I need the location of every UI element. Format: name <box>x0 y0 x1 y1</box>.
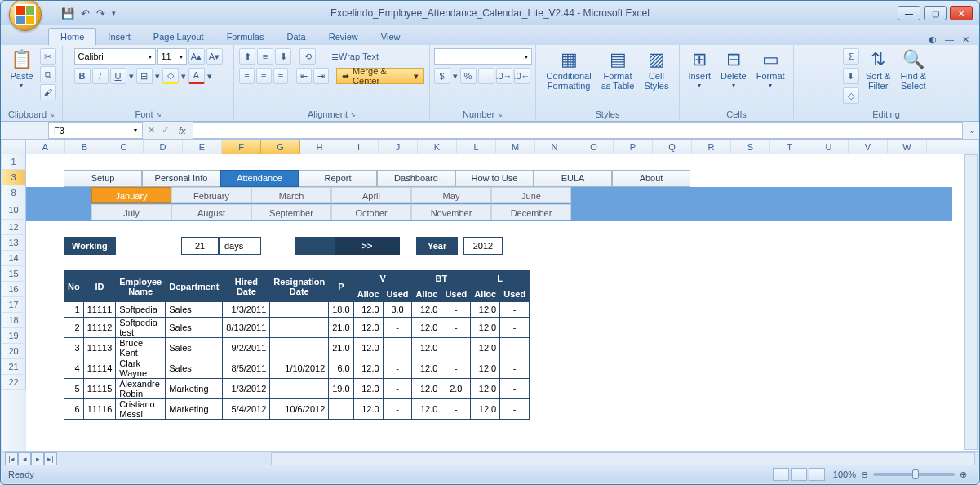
row-header-15[interactable]: 15 <box>2 266 26 282</box>
table-row[interactable]: 211112Softpedia testSales8/13/201121.012… <box>64 318 530 338</box>
nav-eula[interactable]: EULA <box>534 170 612 187</box>
month-april[interactable]: April <box>331 187 411 203</box>
dialog-launcher-icon[interactable]: ↘ <box>350 111 356 118</box>
orientation-button[interactable]: ⟲ <box>299 48 316 65</box>
month-may[interactable]: May <box>411 187 491 203</box>
save-icon[interactable]: 💾 <box>61 7 74 20</box>
align-top-button[interactable]: ⬆ <box>239 48 255 65</box>
col-header-U[interactable]: U <box>809 140 849 154</box>
first-sheet-button[interactable]: |◂ <box>5 452 18 465</box>
table-row[interactable]: 311113Bruce KentSales9/2/201121.012.0-12… <box>64 338 530 358</box>
nav-attendance[interactable]: Attendance <box>220 170 299 187</box>
dialog-launcher-icon[interactable]: ↘ <box>497 111 503 118</box>
row-header-22[interactable]: 22 <box>2 375 26 390</box>
formula-input[interactable] <box>193 122 963 139</box>
row-header-3[interactable]: 3 <box>2 170 26 185</box>
col-header-C[interactable]: C <box>104 140 144 154</box>
decrease-decimal-button[interactable]: .0← <box>514 68 530 84</box>
table-row[interactable]: 111111SoftpediaSales1/3/201118.012.03.01… <box>64 302 530 318</box>
row-header-13[interactable]: 13 <box>2 235 26 251</box>
underline-button[interactable]: U <box>110 68 126 84</box>
next-sheet-button[interactable]: ▸ <box>31 452 44 465</box>
select-all-corner[interactable] <box>2 140 26 154</box>
tab-insert[interactable]: Insert <box>96 29 142 45</box>
month-march[interactable]: March <box>251 187 331 203</box>
col-header-O[interactable]: O <box>574 140 614 154</box>
minimize-button[interactable]: — <box>898 6 920 20</box>
font-size-selector[interactable]: 11▾ <box>157 48 187 65</box>
col-header-H[interactable]: H <box>300 140 339 154</box>
shrink-font-button[interactable]: A▾ <box>206 48 223 65</box>
col-header-R[interactable]: R <box>692 140 731 154</box>
row-header-20[interactable]: 20 <box>2 344 26 359</box>
normal-view-button[interactable] <box>773 468 789 481</box>
month-september[interactable]: September <box>251 204 331 220</box>
maximize-button[interactable]: ▢ <box>924 6 947 20</box>
align-middle-button[interactable]: ≡ <box>257 48 273 65</box>
doc-close-icon[interactable]: ✕ <box>962 34 969 45</box>
delete-cells-button[interactable]: ⊟Delete▾ <box>717 48 750 91</box>
comma-button[interactable]: , <box>478 68 494 84</box>
bold-button[interactable]: B <box>74 68 91 84</box>
align-right-button[interactable]: ≡ <box>273 68 289 84</box>
table-row[interactable]: 611116Cristiano MessiMarketing5/4/201210… <box>64 399 530 420</box>
percent-button[interactable]: % <box>460 68 477 84</box>
row-header-10[interactable]: 10 <box>2 202 26 220</box>
grow-font-button[interactable]: A▴ <box>188 48 205 65</box>
nav-setup[interactable]: Setup <box>64 170 142 187</box>
border-button[interactable]: ⊞ <box>136 68 153 84</box>
conditional-formatting-button[interactable]: ▦Conditional Formatting <box>543 48 595 92</box>
wrap-text-button[interactable]: ≣ Wrap Text <box>329 48 381 65</box>
month-june[interactable]: June <box>491 187 571 203</box>
tab-data[interactable]: Data <box>275 29 317 45</box>
page-break-view-button[interactable] <box>809 468 825 481</box>
row-header-19[interactable]: 19 <box>2 328 26 344</box>
col-header-K[interactable]: K <box>418 140 457 154</box>
nav-report[interactable]: Report <box>299 170 377 187</box>
column-headers[interactable]: ABCDEFGHIJKLMNOPQRSTUVW <box>2 140 978 154</box>
col-header-J[interactable]: J <box>379 140 418 154</box>
zoom-level[interactable]: 100% <box>833 469 856 479</box>
minimize-ribbon-icon[interactable]: — <box>945 34 954 45</box>
format-as-table-button[interactable]: ▤Format as Table <box>598 48 638 92</box>
zoom-slider[interactable] <box>873 473 955 476</box>
insert-cells-button[interactable]: ⊞Insert▾ <box>685 48 714 91</box>
undo-icon[interactable]: ↶ <box>81 7 90 20</box>
increase-decimal-button[interactable]: .0→ <box>496 68 512 84</box>
month-july[interactable]: July <box>91 204 171 220</box>
row-header-1[interactable]: 1 <box>2 154 26 170</box>
cell-styles-button[interactable]: ▨Cell Styles <box>641 48 672 92</box>
row-header-21[interactable]: 21 <box>2 359 26 375</box>
table-row[interactable]: 411114Clark WayneSales8/5/20111/10/20126… <box>64 358 530 379</box>
col-header-D[interactable]: D <box>144 140 183 154</box>
number-format-selector[interactable]: ▾ <box>434 48 532 65</box>
help-icon[interactable]: ◐ <box>929 34 937 45</box>
col-header-I[interactable]: I <box>339 140 379 154</box>
qat-dropdown-icon[interactable]: ▾ <box>112 9 116 17</box>
col-header-L[interactable]: L <box>457 140 496 154</box>
tab-page-layout[interactable]: Page Layout <box>142 29 215 45</box>
redo-icon[interactable]: ↷ <box>96 7 105 20</box>
enter-icon[interactable]: ✓ <box>158 125 172 136</box>
nav-dashboard[interactable]: Dashboard <box>377 170 455 187</box>
month-october[interactable]: October <box>331 204 411 220</box>
align-bottom-button[interactable]: ⬇ <box>275 48 291 65</box>
cut-button[interactable]: ✂ <box>40 48 56 65</box>
page-layout-view-button[interactable] <box>791 468 807 481</box>
format-painter-button[interactable]: 🖌 <box>40 84 56 100</box>
month-november[interactable]: November <box>411 204 491 220</box>
format-cells-button[interactable]: ▭Format▾ <box>753 48 788 91</box>
autosum-button[interactable]: Σ <box>843 48 859 65</box>
nav-about[interactable]: About <box>612 170 690 187</box>
zoom-in-button[interactable]: ⊕ <box>960 469 967 480</box>
font-color-button[interactable]: A <box>188 68 205 84</box>
dialog-launcher-icon[interactable]: ↘ <box>156 111 162 118</box>
last-sheet-button[interactable]: ▸| <box>44 452 57 465</box>
col-header-G[interactable]: G <box>261 140 300 154</box>
cancel-icon[interactable]: ✕ <box>144 125 158 136</box>
name-box[interactable]: F3▾ <box>48 122 143 139</box>
row-header-8[interactable]: 8 <box>2 185 26 202</box>
col-header-E[interactable]: E <box>183 140 222 154</box>
tab-review[interactable]: Review <box>317 29 370 45</box>
row-header-18[interactable]: 18 <box>2 313 26 328</box>
